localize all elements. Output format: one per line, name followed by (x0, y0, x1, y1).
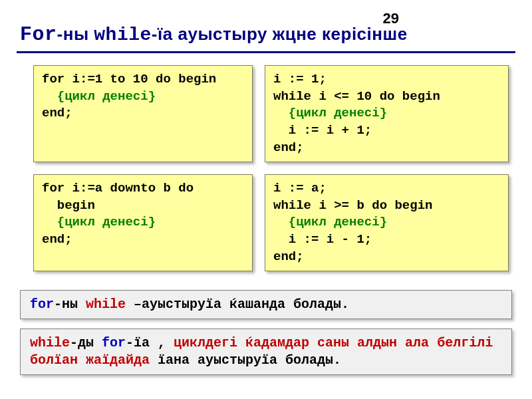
rule-for-to-while: for-ны while –ауыстыруїа ќашанда болады. (20, 290, 512, 319)
title-for: For (20, 23, 57, 46)
code-while-up: i := 1; while i <= 10 do begin {цикл ден… (265, 65, 509, 162)
rule1-for: for (30, 297, 54, 312)
rule1-while: while (86, 297, 126, 312)
line: i := i + 1; (273, 123, 372, 138)
rule-while-to-for: while-ды for-їа , циклдегі ќадамдар саны… (20, 329, 512, 375)
rule2-rest: їана ауыстыруїа болады. (158, 352, 341, 368)
line: end; (42, 232, 72, 247)
rule2-for: for (102, 335, 126, 350)
line: i := i - 1; (273, 232, 372, 247)
line: end; (273, 140, 304, 155)
rule1-rest: –ауыстыруїа ќашанда болады. (126, 297, 349, 312)
code-row-1: for i:=1 to 10 do begin {цикл денесі} en… (0, 65, 532, 174)
title-underline (17, 51, 515, 53)
line-comment: {цикл денесі} (42, 215, 156, 229)
rule2-mid2: -їа , (126, 335, 174, 350)
line-comment: {цикл денесі} (42, 89, 156, 104)
line-comment: {цикл денесі} (273, 106, 387, 120)
line: end; (42, 106, 72, 120)
code-for-downto: for i:=a downto b do begin {цикл денесі}… (33, 174, 253, 271)
page-number: 29 (383, 10, 399, 27)
line: i := 1; (273, 72, 327, 86)
rule2-mid1: -ды (70, 335, 102, 350)
line: while i >= b do begin (273, 198, 432, 213)
slide-title: For-ны while-їа ауыстыру жцне керісінше (0, 0, 532, 51)
line: for i:=a downto b do (42, 181, 194, 196)
title-mid1: -ны (57, 24, 94, 44)
title-rest: -їа ауыстыру жцне керісінше (152, 24, 408, 44)
code-while-down: i := a; while i >= b do begin {цикл дене… (265, 174, 509, 271)
line: i := a; (273, 181, 327, 196)
line-comment: {цикл денесі} (273, 215, 387, 229)
code-row-2: for i:=a downto b do begin {цикл денесі}… (0, 174, 532, 283)
line: end; (273, 249, 304, 264)
rule1-mid: -ны (54, 297, 86, 312)
title-while: while (94, 25, 152, 45)
code-for-to: for i:=1 to 10 do begin {цикл денесі} en… (33, 65, 253, 162)
line: while i <= 10 do begin (273, 89, 440, 104)
rule2-while: while (30, 335, 70, 350)
line: for i:=1 to 10 do begin (42, 72, 216, 86)
line: begin (42, 198, 95, 213)
